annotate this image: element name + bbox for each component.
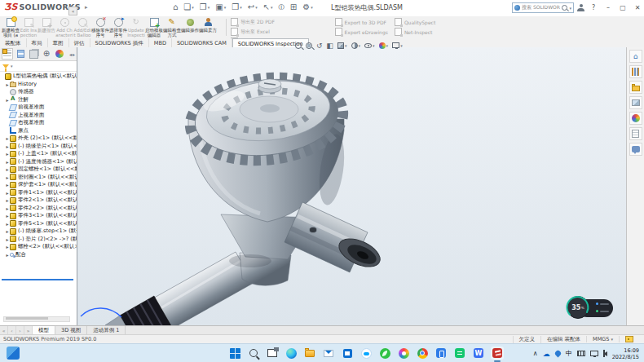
- browser-wheel-icon[interactable]: [397, 347, 410, 360]
- tree-item-row[interactable]: 前视基准面: [0, 104, 77, 112]
- view-settings-icon[interactable]: ▾: [392, 42, 403, 48]
- print-icon[interactable]: ❐ ▾: [230, 2, 243, 13]
- custom-properties-icon[interactable]: [629, 127, 642, 140]
- save-icon[interactable]: ▣ ▾: [214, 2, 227, 13]
- tree-item-row[interactable]: ▸ (-) 上盖<1> (默认<<默认>_显示状: [0, 150, 77, 158]
- menu-expand-icon[interactable]: ▸: [85, 4, 88, 11]
- document-tab[interactable]: 3D 视图: [55, 326, 87, 334]
- tree-item-row[interactable]: ▸ 零件5<1> (默认<<默认>_显示状态: [0, 220, 77, 228]
- ribbon-button[interactable]: 选择零件序号: [109, 17, 127, 38]
- tree-item-row[interactable]: ▸ 零件1<1> (默认<<默认>_显示状态: [0, 189, 77, 197]
- view-palette-icon[interactable]: [629, 96, 642, 109]
- section-view-icon[interactable]: ◧ ▾: [327, 42, 334, 50]
- task-view-icon[interactable]: [266, 347, 279, 360]
- minimize-button[interactable]: –: [602, 0, 615, 15]
- ribbon-button[interactable]: 编辑操作: [181, 17, 199, 38]
- solidworks-app-icon[interactable]: [491, 347, 504, 360]
- edge-icon[interactable]: [285, 347, 298, 360]
- volume-icon[interactable]: [603, 351, 607, 356]
- search-icon[interactable]: [247, 347, 260, 360]
- tree-item-row[interactable]: ▸ 保护套<1> (默认<<默认>_显示状态: [0, 181, 77, 189]
- document-tab[interactable]: 模型: [33, 326, 55, 334]
- close-button[interactable]: ✕: [631, 0, 644, 15]
- command-tab[interactable]: 评估: [69, 38, 90, 47]
- wps-icon[interactable]: W: [472, 347, 485, 360]
- tree-item-row[interactable]: ▸ 零件3<1> (默认<<默认>_显示状态: [0, 212, 77, 220]
- document-tab[interactable]: 运动算例 1: [87, 326, 126, 334]
- property-manager-tab-icon[interactable]: [15, 48, 26, 60]
- tree-item-row[interactable]: 右视基准面: [0, 119, 77, 127]
- select-icon[interactable]: ↖ ▾: [262, 2, 275, 13]
- doc-tab-scroll-icon[interactable]: »: [24, 326, 33, 334]
- design-library-icon[interactable]: [629, 65, 642, 78]
- ribbon-button[interactable]: 新建报告: [37, 17, 55, 38]
- tree-item-row[interactable]: ▸ History: [0, 81, 77, 89]
- panel-tab-arrow-icon[interactable]: ▸: [73, 51, 75, 57]
- command-tab[interactable]: 装配体: [0, 38, 27, 47]
- ribbon-button[interactable]: 启动模板编辑器: [145, 17, 163, 38]
- location-icon[interactable]: [554, 350, 562, 358]
- command-tab[interactable]: 草图: [48, 38, 69, 47]
- tree-item-row[interactable]: ▸ 零件2<2> (默认<<默认>_显示状态: [0, 205, 77, 213]
- ime-indicator[interactable]: 中: [566, 349, 572, 358]
- display-style-icon[interactable]: ▾: [351, 42, 361, 49]
- appearances-icon[interactable]: [629, 112, 642, 125]
- tag-icon[interactable]: [625, 336, 633, 342]
- tree-item-row[interactable]: ▸ 配合: [0, 251, 77, 259]
- new-document-icon[interactable]: ❏ ▾: [182, 2, 195, 13]
- tree-root-row[interactable]: L型铠装热电偶 (默认<默认_显示状态-1: [0, 73, 77, 81]
- zoom-fit-icon[interactable]: ▾: [295, 42, 302, 49]
- ribbon-button[interactable]: Add Characteristic: [55, 17, 73, 38]
- graphics-viewport[interactable]: 35%: [77, 47, 626, 325]
- home-icon[interactable]: ⌂ ▾: [171, 2, 179, 13]
- panel-tab-arrow-icon[interactable]: ◂: [69, 51, 72, 57]
- configuration-manager-tab-icon[interactable]: [28, 48, 39, 60]
- tree-filter[interactable]: ▾: [0, 61, 77, 72]
- tree-item-row[interactable]: ▸ 密封圈<1> (默认<<默认>_显示状态: [0, 174, 77, 182]
- antivirus-icon[interactable]: [378, 347, 391, 360]
- search-caret-icon[interactable]: ▾: [569, 6, 571, 11]
- store-icon[interactable]: [341, 347, 354, 360]
- ribbon-button[interactable]: Update Inspection Project: [127, 17, 145, 38]
- export-button[interactable]: 导出至 2D PDF: [231, 18, 329, 26]
- ribbon-button[interactable]: Edit Inspection Project: [20, 17, 37, 38]
- units-selector[interactable]: MMGS ▾: [586, 336, 619, 342]
- display-manager-tab-icon[interactable]: [54, 48, 65, 60]
- command-tab[interactable]: SOLIDWORKS 插件: [90, 38, 149, 47]
- mail-icon[interactable]: [322, 347, 335, 360]
- previous-view-icon[interactable]: ↺ ▾: [316, 42, 323, 50]
- export-button[interactable]: Export eDrawings: [335, 28, 388, 36]
- panel-horizontal-scrollbar[interactable]: [3, 316, 70, 322]
- export-button[interactable]: Net-Inspect: [395, 28, 435, 36]
- help-button[interactable]: ?: [587, 0, 600, 15]
- export-button[interactable]: Export to 3D PDF: [335, 18, 388, 26]
- scrollbar-thumb[interactable]: [6, 317, 48, 320]
- feature-manager-tab-icon[interactable]: [2, 48, 13, 60]
- view-orientation-icon[interactable]: ▾: [337, 42, 347, 49]
- doc-tab-scroll-icon[interactable]: ‹: [8, 326, 16, 334]
- doc-tab-scroll-icon[interactable]: ›: [16, 326, 24, 334]
- widgets-icon[interactable]: [7, 347, 20, 360]
- search-icon[interactable]: [562, 5, 567, 11]
- command-tab[interactable]: 布局: [27, 38, 48, 47]
- tree-item-row[interactable]: ▸ (-) 温度传感器<1> (默认<<默认>_: [0, 158, 77, 166]
- ribbon-button[interactable]: 移除零件序号: [91, 17, 109, 38]
- open-icon[interactable]: ❒ ▾: [198, 2, 211, 13]
- clock[interactable]: 16:09 2022/8/15: [612, 347, 639, 360]
- tree-item-row[interactable]: ▸ (-) 绝缘垫片<1> (默认<<默认>_显: [0, 143, 77, 151]
- chrome-icon[interactable]: [416, 347, 429, 360]
- hide-show-items-icon[interactable]: ▾: [364, 43, 375, 48]
- ribbon-button[interactable]: Add/Edit Balloons: [73, 17, 91, 38]
- ribbon-button[interactable]: 编辑检查方式: [163, 17, 181, 38]
- ribbon-button[interactable]: 编辑卖方: [199, 17, 217, 38]
- tree-item-row[interactable]: 传感器: [0, 88, 77, 96]
- panel-collapse-button[interactable]: «: [68, 7, 77, 15]
- onedrive-icon[interactable]: ☁: [543, 350, 550, 358]
- tree-item-row[interactable]: ▸ 螺栓<2> (默认<<默认>_显示状态: [0, 243, 77, 251]
- tree-item-row[interactable]: ▸ (-) 绝缘塞.step<1> (默认<<默认>: [0, 227, 77, 236]
- undo-icon[interactable]: ↩ ▾: [246, 2, 259, 13]
- touch-keyboard-icon[interactable]: [577, 351, 585, 356]
- doc-tab-scroll-icon[interactable]: «: [0, 326, 8, 334]
- display-icon[interactable]: [590, 351, 598, 356]
- tree-item-row[interactable]: ▸ 零件2<1> (默认<<默认>_显示状态: [0, 196, 77, 205]
